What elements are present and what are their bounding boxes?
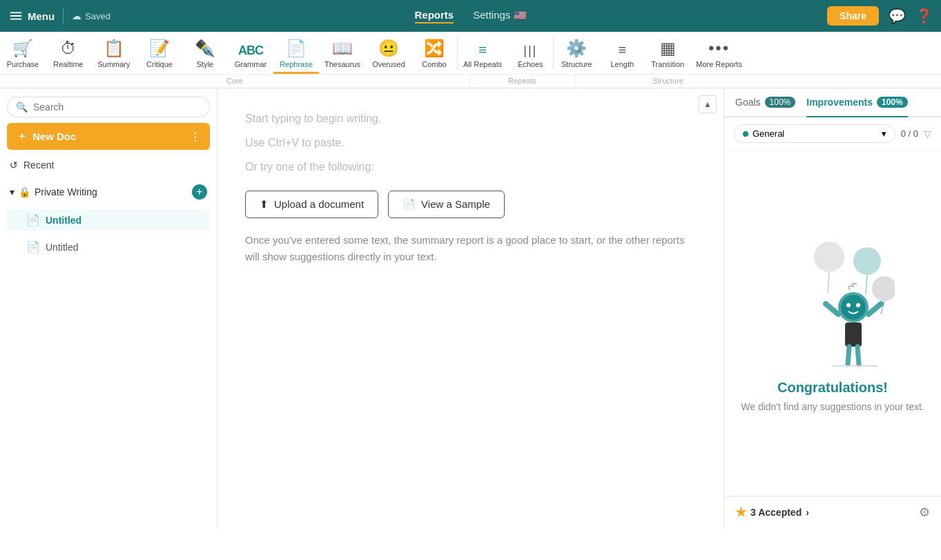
toolbar-item-style[interactable]: ✒️ Style bbox=[182, 32, 228, 74]
svg-point-4 bbox=[872, 276, 895, 301]
right-panel-footer: ★ 3 Accepted › ⚙ bbox=[724, 496, 941, 528]
plus-icon: ＋ bbox=[17, 130, 27, 143]
doc-label-1: Untitled bbox=[46, 215, 81, 226]
combo-label: Combo bbox=[422, 60, 446, 68]
editor-content[interactable]: ▲ Start typing to begin writing. Use Ctr… bbox=[217, 88, 724, 528]
flag-icon: 🇺🇸 bbox=[514, 9, 527, 21]
more-label: More Reports bbox=[696, 60, 742, 68]
more-icon: ••• bbox=[708, 39, 730, 58]
section-add-button[interactable]: + bbox=[192, 184, 207, 200]
toolbar-item-more[interactable]: ••• More Reports bbox=[690, 32, 748, 74]
toolbar-item-rephrase[interactable]: 📄 Rephrase bbox=[273, 32, 319, 74]
doc-label-2: Untitled bbox=[46, 242, 78, 253]
sample-icon: 📄 bbox=[402, 198, 416, 211]
tab-goals[interactable]: Goals 100% bbox=[735, 88, 795, 117]
toolbar-item-structure[interactable]: ⚙️ Structure bbox=[554, 32, 599, 74]
tab-reports[interactable]: Reports bbox=[414, 9, 454, 23]
editor-placeholder-1: Start typing to begin writing. bbox=[245, 109, 696, 128]
search-input[interactable] bbox=[33, 102, 201, 113]
star-icon: ★ bbox=[735, 505, 746, 520]
menu-button[interactable]: Menu bbox=[8, 8, 55, 23]
summary-label: Summary bbox=[97, 60, 130, 68]
nav-center: Reports Settings 🇺🇸 bbox=[414, 9, 526, 23]
search-box[interactable]: 🔍 bbox=[7, 97, 210, 117]
collapse-button[interactable]: ▲ bbox=[699, 95, 717, 113]
allrepeats-label: All Repeats bbox=[463, 60, 502, 68]
improvements-tab-label: Improvements bbox=[806, 97, 873, 108]
doc-item-untitled2[interactable]: 📄 Untitled bbox=[7, 236, 210, 258]
accepted-button[interactable]: ★ 3 Accepted › bbox=[735, 505, 809, 520]
svg-point-0 bbox=[853, 247, 881, 275]
right-panel-body: Congratulations! We didn't find any sugg… bbox=[724, 151, 941, 496]
toolbar-item-realtime[interactable]: ⏱ Realtime bbox=[46, 32, 91, 74]
private-writing-label: Private Writing bbox=[35, 186, 97, 197]
toolbar-item-length[interactable]: ≡ Length bbox=[599, 35, 645, 74]
allrepeats-icon: ≡ bbox=[478, 42, 487, 58]
count-display: 0 / 0 bbox=[901, 128, 918, 139]
grammar-label: Grammar bbox=[235, 60, 266, 68]
style-label: Style bbox=[197, 60, 213, 68]
view-sample-button[interactable]: 📄 View a Sample bbox=[388, 191, 505, 218]
general-select[interactable]: General ▾ bbox=[734, 124, 895, 143]
upload-document-button[interactable]: ⬆ Upload a document bbox=[245, 191, 378, 218]
saved-status: ☁ Saved bbox=[72, 10, 110, 21]
menu-label: Menu bbox=[28, 10, 55, 22]
help-button[interactable]: ❓ bbox=[915, 8, 933, 24]
toolbar-item-purchase[interactable]: 🛒 Purchase bbox=[0, 32, 46, 74]
toolbar-item-echoes[interactable]: ||| Echoes bbox=[507, 37, 553, 74]
congrats-illustration bbox=[770, 235, 895, 373]
recent-label: Recent bbox=[23, 160, 54, 171]
messages-button[interactable]: 💬 bbox=[889, 8, 906, 24]
right-panel: Goals 100% Improvements 100% General ▾ 0… bbox=[724, 88, 941, 528]
recent-icon: ↺ bbox=[10, 160, 18, 171]
structure-section-label: Structure bbox=[574, 75, 761, 88]
svg-line-1 bbox=[866, 275, 867, 293]
critique-label: Critique bbox=[146, 60, 173, 68]
core-section-label: Core bbox=[0, 75, 469, 88]
cloud-icon: ☁ bbox=[72, 10, 81, 21]
toolbar-item-overused[interactable]: 😐 Overused bbox=[366, 32, 411, 74]
toolbar-item-combo[interactable]: 🔀 Combo bbox=[411, 32, 457, 74]
svg-line-13 bbox=[848, 347, 849, 365]
editor-actions: ⬆ Upload a document 📄 View a Sample bbox=[245, 191, 696, 218]
filter-icon[interactable]: ▽ bbox=[924, 128, 931, 139]
editor-placeholder-3: Or try one of the following: bbox=[245, 157, 696, 176]
dot-teal bbox=[743, 131, 748, 137]
toolbar-item-thesaurus[interactable]: 📖 Thesaurus bbox=[319, 32, 366, 74]
svg-rect-12 bbox=[845, 322, 862, 347]
toolbar-item-critique[interactable]: 📝 Critique bbox=[137, 32, 182, 74]
lock-icon: 🔒 bbox=[19, 186, 30, 197]
new-doc-button[interactable]: ＋ New Doc ⋮ bbox=[7, 123, 210, 150]
gear-icon: ⚙ bbox=[919, 505, 930, 519]
goals-badge: 100% bbox=[765, 97, 796, 108]
combo-icon: 🔀 bbox=[424, 39, 445, 58]
svg-line-11 bbox=[869, 304, 881, 314]
search-icon: 🔍 bbox=[16, 102, 28, 113]
share-button[interactable]: Share bbox=[827, 6, 879, 26]
settings-gear-button[interactable]: ⚙ bbox=[919, 505, 930, 520]
svg-line-3 bbox=[828, 272, 829, 293]
toolbar-item-grammar[interactable]: ABC Grammar bbox=[228, 37, 273, 74]
length-label: Length bbox=[610, 60, 634, 68]
upload-label: Upload a document bbox=[274, 198, 364, 210]
right-panel-controls: General ▾ 0 / 0 ▽ bbox=[724, 117, 941, 151]
rephrase-icon: 📄 bbox=[286, 39, 307, 58]
recent-row[interactable]: ↺ Recent bbox=[7, 155, 210, 175]
structure-label: Structure bbox=[561, 60, 592, 68]
thesaurus-label: Thesaurus bbox=[324, 60, 360, 68]
tab-settings[interactable]: Settings 🇺🇸 bbox=[473, 9, 526, 23]
tab-improvements[interactable]: Improvements 100% bbox=[806, 88, 907, 117]
help-icon: ❓ bbox=[915, 8, 933, 24]
doc-item-untitled1[interactable]: 📄 Untitled bbox=[7, 209, 210, 231]
rephrase-label: Rephrase bbox=[280, 60, 313, 68]
private-writing-section[interactable]: ▾ 🔒 Private Writing + bbox=[7, 180, 210, 204]
transition-icon: ▦ bbox=[660, 39, 676, 58]
toolbar-item-allrepeats[interactable]: ≡ All Repeats bbox=[458, 35, 507, 74]
echoes-label: Echoes bbox=[518, 60, 543, 68]
toolbar-item-summary[interactable]: 📋 Summary bbox=[91, 32, 137, 74]
style-icon: ✒️ bbox=[195, 39, 215, 58]
accepted-label: 3 Accepted bbox=[750, 507, 802, 518]
toolbar-item-transition[interactable]: ▦ Transition bbox=[645, 32, 690, 74]
nav-divider bbox=[63, 8, 64, 24]
svg-line-14 bbox=[857, 347, 859, 365]
